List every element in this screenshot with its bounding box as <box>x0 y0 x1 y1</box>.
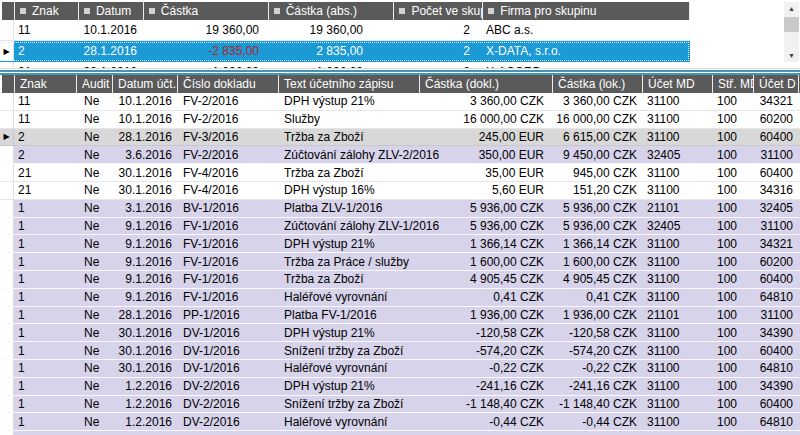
cell-ucet_md: 31100 <box>642 237 712 251</box>
cell-castka_lok: 0,41 CZK <box>552 290 642 304</box>
table-row-partial <box>0 431 800 435</box>
cell-text: Zúčtování zálohy ZLV-2/2016 <box>278 148 419 162</box>
cell-datum: 10.1.2016 <box>76 23 141 37</box>
cell-str_md: 100 <box>712 344 753 358</box>
column-header-znak[interactable]: Znak <box>15 2 79 20</box>
column-header-cislo[interactable]: Číslo dokladu <box>178 75 279 93</box>
cell-znak: 1 <box>14 308 76 322</box>
column-header-text[interactable]: Text účetního zápisu <box>279 75 420 93</box>
cell-znak: 1 <box>14 237 76 251</box>
table-row[interactable]: 1Ne9.1.2016FV-1/2016Tržba za Práce / slu… <box>0 253 800 271</box>
cell-audit: Ne <box>76 255 112 269</box>
cell-text: DPH výstup 21% <box>278 379 419 393</box>
cell-castka_dokl: -120,58 CZK <box>419 326 552 340</box>
cell-ucet_md: 31100 <box>642 379 712 393</box>
cell-cislo: FV-1/2016 <box>177 255 278 269</box>
table-row[interactable]: 1Ne1.2.2016DV-2/2016DPH výstup 21%-241,1… <box>0 378 800 396</box>
column-header-ucet_d[interactable]: Účet D <box>754 75 799 93</box>
cell-str_md: 100 <box>712 166 753 180</box>
table-row[interactable]: 21Ne30.1.2016FV-4/2016DPH výstup 16%5,60… <box>0 182 800 200</box>
cell-castka: 19 360,00 <box>141 23 266 37</box>
cell-audit: Ne <box>76 379 112 393</box>
scroll-down-icon[interactable]: ▼ <box>784 49 799 62</box>
table-row[interactable]: 1Ne30.1.2016DV-1/2016DPH výstup 21%-120,… <box>0 324 800 342</box>
cell-cislo: FV-1/2016 <box>177 272 278 286</box>
column-header-ucet_md[interactable]: Účet MD <box>643 75 713 93</box>
cell-str_md: 100 <box>712 130 753 144</box>
cell-ucet_md: 31100 <box>642 272 712 286</box>
table-row[interactable]: 1Ne30.1.2016DV-1/2016Haléřové vyrovnání-… <box>0 360 800 378</box>
column-header-str_md[interactable]: Stř. MD <box>713 75 754 93</box>
cell-castka_lok: -0,44 CZK <box>552 415 642 429</box>
table-row[interactable]: ▶2Ne28.1.2016FV-3/2016Tržba za Zboží245,… <box>0 129 800 147</box>
cell-znak: 2 <box>14 130 76 144</box>
table-row[interactable]: ▶228.1.2016-2 835,002 835,002X-DATA, s.r… <box>0 41 690 62</box>
horizontal-splitter[interactable] <box>0 68 800 75</box>
cell-ucet_md: 31100 <box>642 130 712 144</box>
top-table-scrollbar[interactable]: ▲ ▼ <box>784 2 799 62</box>
table-row[interactable]: 1Ne1.2.2016DV-2/2016Haléřové vyrovnání-0… <box>0 413 800 431</box>
cell-znak: 1 <box>14 397 76 411</box>
table-row[interactable]: 1110.1.201619 360,0019 360,002ABC a.s. <box>0 20 690 41</box>
column-header-castka_abs[interactable]: Částka (abs.) <box>269 2 395 20</box>
table-row[interactable]: 1Ne30.1.2016DV-1/2016Snížení tržby za Zb… <box>0 342 800 360</box>
column-header-datum[interactable]: Datum <box>79 2 144 20</box>
cell-ucet_d: 34321 <box>753 94 800 108</box>
cell-castka_dokl: 5 936,00 CZK <box>419 201 552 215</box>
column-header-znak[interactable]: Znak <box>15 75 77 93</box>
table-row[interactable]: 11Ne10.1.2016FV-2/2016DPH výstup 21%3 36… <box>0 93 800 111</box>
cell-castka_dokl: 5 936,00 CZK <box>419 219 552 233</box>
table-row[interactable]: 11Ne10.1.2016FV-2/2016Služby16 000,00 CZ… <box>0 111 800 129</box>
column-header-audit[interactable]: Audit <box>77 75 113 93</box>
table-row[interactable]: 1Ne3.1.2016BV-1/2016Platba ZLV-1/20165 9… <box>0 200 800 218</box>
scroll-up-icon[interactable]: ▲ <box>784 2 799 15</box>
table-row[interactable]: 1Ne9.1.2016FV-1/2016Zúčtování zálohy ZLV… <box>0 218 800 236</box>
table-row[interactable]: 1Ne9.1.2016FV-1/2016Tržba za Zboží4 905,… <box>0 271 800 289</box>
cell-ucet_md: 31100 <box>642 112 712 126</box>
cell-ucet_d: 34390 <box>753 379 800 393</box>
column-header-castka_dokl[interactable]: Částka (dokl.) <box>420 75 553 93</box>
column-header-datum[interactable]: Datum účt. <box>113 75 178 93</box>
column-header-castka_lok[interactable]: Částka (lok.) <box>553 75 643 93</box>
row-gutter <box>0 182 14 199</box>
cell-datum: 3.6.2016 <box>112 148 177 162</box>
column-label: Částka (lok.) <box>558 77 625 91</box>
cell-str_md: 100 <box>712 94 753 108</box>
cell-cislo: FV-2/2016 <box>177 148 278 162</box>
column-label: Stř. MD <box>718 77 754 91</box>
cell-cislo: BV-1/2016 <box>177 201 278 215</box>
table-row[interactable]: 1Ne28.1.2016PP-1/2016Platba FV-1/20161 9… <box>0 307 800 325</box>
scrollbar-thumb[interactable] <box>784 17 799 32</box>
cell-text: Haléřové vyrovnání <box>278 290 419 304</box>
table-row[interactable]: 21Ne30.1.2016FV-4/2016Tržba za Zboží35,0… <box>0 164 800 182</box>
table-row[interactable]: 1Ne9.1.2016FV-1/2016Haléřové vyrovnání0,… <box>0 289 800 307</box>
cell-datum: 30.1.2016 <box>112 166 177 180</box>
table-row[interactable]: 2Ne3.6.2016FV-2/2016Zúčtování zálohy ZLV… <box>0 146 800 164</box>
cell-str_md: 100 <box>712 183 753 197</box>
cell-audit: Ne <box>76 237 112 251</box>
cell-str_md: 100 <box>712 272 753 286</box>
cell-ucet_md: 31100 <box>642 183 712 197</box>
cell-ucet_md: 31100 <box>642 166 712 180</box>
cell-audit: Ne <box>76 112 112 126</box>
cell-castka_dokl: 1 936,00 CZK <box>419 308 552 322</box>
cell-cislo: FV-1/2016 <box>177 237 278 251</box>
cell-audit: Ne <box>76 326 112 340</box>
column-header-firma[interactable]: Firma pro skupinu <box>483 2 690 20</box>
cell-text: Haléřové vyrovnání <box>278 415 419 429</box>
cell-znak: 1 <box>14 326 76 340</box>
accounting-journal-screen: ZnakDatumČástkaČástka (abs.)Počet ve sku… <box>0 0 800 435</box>
cell-datum: 28.1.2016 <box>76 44 141 58</box>
table-row[interactable]: 1Ne9.1.2016FV-1/2016DPH výstup 21%1 366,… <box>0 235 800 253</box>
column-header-pocet[interactable]: Počet ve skupině <box>394 2 483 20</box>
cell-datum: 28.1.2016 <box>112 308 177 322</box>
column-header-castka[interactable]: Částka <box>144 2 269 20</box>
table-row[interactable]: 1Ne1.2.2016DV-2/2016Snížení tržby za Zbo… <box>0 396 800 414</box>
cell-ucet_md: 31100 <box>642 290 712 304</box>
cell-audit: Ne <box>76 290 112 304</box>
cell-znak: 2 <box>14 148 76 162</box>
cell-castka_dokl: -0,22 CZK <box>419 361 552 375</box>
cell-znak: 1 <box>14 344 76 358</box>
cell-cislo: FV-4/2016 <box>177 183 278 197</box>
cell-ucet_d: 64810 <box>753 361 800 375</box>
